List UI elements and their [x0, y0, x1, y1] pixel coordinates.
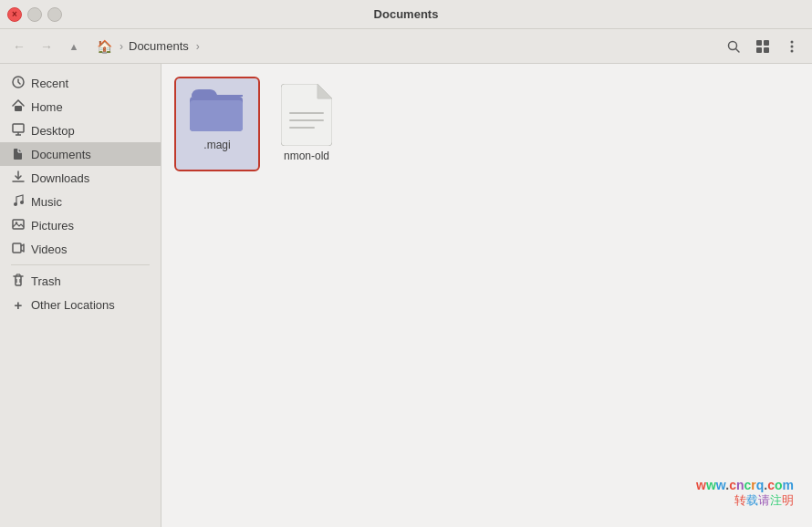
home-nav-icon: [11, 99, 26, 115]
svg-rect-3: [764, 40, 769, 46]
search-icon: [726, 39, 741, 54]
sidebar-item-music[interactable]: Music: [0, 190, 161, 213]
sidebar-item-downloads[interactable]: Downloads: [0, 166, 161, 190]
forward-button[interactable]: →: [35, 35, 58, 58]
titlebar: × Documents: [0, 0, 812, 29]
trash-nav-icon: [11, 274, 26, 289]
file-label-nmon-old: nmon-old: [284, 150, 329, 164]
main-layout: Recent Home Desktop Documents Downloads: [0, 64, 812, 527]
file-area: .magi nmon-old: [161, 64, 812, 527]
grid-view-button[interactable]: [750, 34, 776, 59]
breadcrumb-home[interactable]: 🏠: [93, 37, 118, 56]
breadcrumb-documents-label: Documents: [129, 39, 189, 53]
more-menu-icon: [790, 39, 794, 54]
sidebar-item-trash[interactable]: Trash: [0, 269, 161, 293]
sidebar-item-home-label: Home: [31, 100, 63, 114]
back-button[interactable]: ←: [7, 35, 31, 58]
sidebar-item-documents[interactable]: Documents: [0, 142, 161, 166]
sidebar-item-music-label: Music: [31, 195, 62, 209]
sidebar-item-trash-label: Trash: [31, 274, 61, 288]
svg-rect-10: [15, 106, 22, 111]
downloads-nav-icon: [11, 170, 26, 186]
sidebar-item-videos-label: Videos: [31, 243, 68, 256]
desktop-nav-icon: [11, 123, 26, 139]
window-title: Documents: [374, 7, 439, 21]
svg-rect-11: [13, 124, 24, 132]
svg-point-16: [20, 201, 24, 204]
pictures-nav-icon: [11, 218, 26, 233]
home-icon: 🏠: [97, 39, 112, 54]
svg-rect-2: [756, 40, 762, 46]
other-locations-nav-icon: +: [11, 297, 26, 313]
svg-point-6: [791, 40, 794, 43]
svg-rect-5: [764, 47, 769, 53]
svg-point-15: [14, 202, 17, 206]
videos-nav-icon: [11, 242, 26, 257]
up-button[interactable]: ▲: [62, 35, 86, 58]
sidebar-item-recent-label: Recent: [31, 77, 68, 90]
svg-rect-26: [190, 100, 243, 131]
file-icon-svg: [281, 84, 332, 146]
sidebar-item-videos[interactable]: Videos: [0, 237, 161, 261]
svg-line-1: [736, 48, 740, 52]
svg-point-8: [791, 49, 794, 52]
breadcrumb-end-arrow: ›: [196, 40, 200, 53]
sidebar-divider: [11, 264, 150, 265]
sidebar-item-desktop-label: Desktop: [31, 124, 75, 138]
svg-point-7: [791, 45, 794, 47]
music-nav-icon: [11, 194, 26, 210]
file-item-magi[interactable]: .magi: [176, 78, 258, 170]
breadcrumb-separator-1: ›: [120, 40, 123, 53]
recent-icon: [11, 76, 26, 91]
breadcrumb-documents[interactable]: Documents: [125, 37, 193, 55]
folder-icon-wrapper: [188, 84, 246, 135]
file-item-nmon-old[interactable]: nmon-old: [265, 78, 348, 170]
sidebar-item-home[interactable]: Home: [0, 95, 161, 119]
close-button[interactable]: ×: [7, 7, 22, 22]
search-button[interactable]: [721, 34, 746, 59]
sidebar-item-pictures-label: Pictures: [31, 219, 74, 232]
documents-nav-icon: [11, 147, 26, 162]
sidebar-item-other-locations[interactable]: + Other Locations: [0, 293, 161, 316]
menu-button[interactable]: [779, 34, 805, 59]
sidebar-item-recent[interactable]: Recent: [0, 71, 161, 95]
toolbar: ← → ▲ 🏠 › Documents ›: [0, 29, 812, 64]
sidebar-item-documents-label: Documents: [31, 148, 91, 161]
sidebar-item-desktop[interactable]: Desktop: [0, 119, 161, 142]
maximize-button[interactable]: [47, 7, 62, 22]
minimize-button[interactable]: [27, 7, 42, 22]
window-controls: ×: [7, 7, 62, 22]
toolbar-actions: [721, 34, 805, 59]
file-grid: .magi nmon-old: [176, 78, 797, 170]
svg-rect-17: [13, 220, 24, 229]
sidebar: Recent Home Desktop Documents Downloads: [0, 64, 161, 527]
generic-file-icon: [281, 84, 332, 146]
sidebar-item-downloads-label: Downloads: [31, 171, 89, 185]
sidebar-item-pictures[interactable]: Pictures: [0, 213, 161, 237]
svg-rect-4: [756, 47, 762, 53]
folder-icon: [190, 86, 245, 133]
sidebar-item-other-locations-label: Other Locations: [31, 298, 115, 312]
file-label-magi: .magi: [203, 139, 230, 153]
grid-icon: [755, 39, 770, 54]
breadcrumb: 🏠 › Documents ›: [93, 37, 717, 56]
svg-rect-19: [13, 243, 21, 253]
